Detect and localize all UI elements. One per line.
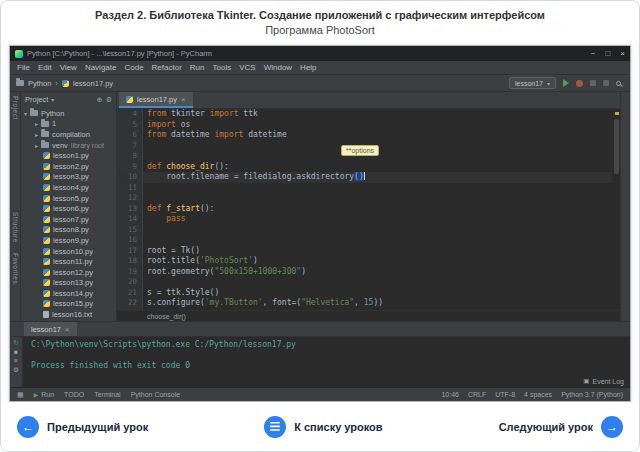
statusbar-crlf[interactable]: CRLF — [468, 391, 486, 398]
search-icon[interactable] — [616, 81, 621, 86]
code-line[interactable]: from tkinter import ttk — [147, 109, 612, 120]
project-item-lesson7.py[interactable]: lesson7.py — [21, 214, 116, 225]
project-item-lesson14.py[interactable]: lesson14.py — [21, 288, 116, 299]
project-item-venv[interactable]: ▸venvlibrary root — [21, 140, 116, 151]
code-line[interactable]: root.geometry("500x150+1000+300") — [147, 267, 612, 278]
line-number[interactable]: 10 — [117, 172, 137, 183]
menu-vcs[interactable]: VCS — [239, 63, 255, 72]
statusbar-4-spaces[interactable]: 4 spaces — [524, 391, 552, 398]
line-number[interactable]: 17 — [117, 246, 137, 257]
lesson-list-button[interactable]: К списку уроков — [264, 416, 382, 438]
project-item-lesson15.py[interactable]: lesson15.py — [21, 299, 116, 310]
line-number[interactable]: 22 — [117, 298, 137, 309]
code-line[interactable]: root.title('PhotoSort') — [147, 256, 612, 267]
code-line[interactable]: s.configure('my.TButton', font=("Helveti… — [147, 298, 612, 309]
code-line[interactable]: s = ttk.Style() — [147, 288, 612, 299]
code-line[interactable] — [147, 277, 612, 288]
run-config-select[interactable]: lesson17 ▾ — [509, 77, 556, 89]
code-line[interactable] — [147, 183, 612, 194]
project-item-lesson16.txt[interactable]: lesson16.txt — [21, 309, 116, 320]
statusbar-python-console[interactable]: Python Console — [131, 391, 180, 398]
menu-navigate[interactable]: Navigate — [85, 63, 117, 72]
project-item-lesson5.py[interactable]: lesson5.py — [21, 193, 116, 204]
line-number[interactable]: 11 — [117, 183, 137, 194]
menu-help[interactable]: Help — [300, 63, 316, 72]
project-item-lesson11.py[interactable]: lesson11.py — [21, 256, 116, 267]
breadcrumb-file[interactable]: lesson17.py — [73, 79, 113, 88]
debug-button[interactable] — [576, 80, 583, 87]
scrollbar-thumb[interactable] — [614, 119, 619, 174]
project-root[interactable]: ▾Python — [21, 108, 116, 119]
project-item-lesson8.py[interactable]: lesson8.py — [21, 225, 116, 236]
settings-icon[interactable]: ⚙ — [106, 96, 112, 104]
line-number[interactable]: 5 — [117, 120, 137, 131]
code-line[interactable] — [147, 151, 612, 162]
project-panel-title[interactable]: Project — [25, 95, 48, 104]
line-number[interactable]: 12 — [117, 193, 137, 204]
project-item-lesson1.py[interactable]: lesson1.py — [21, 150, 116, 161]
editor-gutter[interactable]: 45678910111213141516171819202122 — [117, 109, 143, 310]
statusbar-10:46[interactable]: 10:46 — [441, 391, 459, 398]
project-item-lesson9.py[interactable]: lesson9.py — [21, 235, 116, 246]
toolwindow-structure[interactable]: Structure — [12, 212, 19, 243]
menu-run[interactable]: Run — [190, 63, 205, 72]
minimize-button[interactable]: − — [591, 50, 596, 58]
project-item-lesson4.py[interactable]: lesson4.py — [21, 182, 116, 193]
menu-window[interactable]: Window — [264, 63, 292, 72]
code-line[interactable]: import os — [147, 120, 612, 131]
code-line[interactable]: pass — [147, 214, 612, 225]
run-console[interactable]: C:\Python\venv\Scripts\python.exe C:/Pyt… — [23, 337, 630, 387]
menu-code[interactable]: Code — [124, 63, 143, 72]
close-icon[interactable]: × — [65, 325, 70, 334]
project-item-compilation[interactable]: ▸compilation — [21, 129, 116, 140]
line-number[interactable]: 9 — [117, 162, 137, 173]
line-number[interactable]: 20 — [117, 277, 137, 288]
statusbar-run[interactable]: ▶Run — [34, 391, 54, 398]
project-item-lesson3.py[interactable]: lesson3.py — [21, 172, 116, 183]
code-line[interactable]: def f_start(): — [147, 204, 612, 215]
stop-icon[interactable]: ■ — [14, 348, 18, 355]
line-number[interactable]: 6 — [117, 130, 137, 141]
toolwindow-favorites[interactable]: Favorites — [12, 253, 19, 284]
code-area[interactable]: from tkinter import ttkimport osfrom dat… — [143, 109, 612, 310]
project-item-lesson2.py[interactable]: lesson2.py — [21, 161, 116, 172]
console-list-icon[interactable]: ≡ — [14, 357, 18, 364]
line-number[interactable]: 7 — [117, 141, 137, 152]
maximize-button[interactable]: □ — [605, 50, 610, 58]
editor-scrollbar[interactable] — [612, 109, 620, 310]
menu-tools[interactable]: Tools — [213, 63, 232, 72]
code-line[interactable]: root = Tk() — [147, 246, 612, 257]
toolwindow-project[interactable]: Project — [12, 96, 19, 120]
project-item-1[interactable]: ▸1 — [21, 119, 116, 130]
collapse-icon[interactable]: ⊕ — [97, 96, 103, 104]
line-number[interactable]: 14 — [117, 214, 137, 225]
code-line[interactable] — [147, 141, 612, 152]
toolwindow-toggle-icon[interactable]: ▦ — [17, 391, 24, 399]
menu-edit[interactable]: Edit — [38, 63, 52, 72]
next-lesson-button[interactable]: Следующий урок → — [499, 416, 623, 438]
line-number[interactable]: 15 — [117, 225, 137, 236]
line-number[interactable]: 16 — [117, 235, 137, 246]
line-number[interactable]: 18 — [117, 256, 137, 267]
close-icon[interactable]: × — [181, 95, 186, 104]
close-button[interactable]: × — [620, 50, 625, 58]
statusbar-terminal[interactable]: Terminal — [94, 391, 120, 398]
code-line[interactable] — [147, 193, 612, 204]
menu-refactor[interactable]: Refactor — [152, 63, 182, 72]
project-item-lesson10.py[interactable]: lesson10.py — [21, 246, 116, 257]
line-number[interactable]: 8 — [117, 151, 137, 162]
code-line[interactable]: from datetime import datetime — [147, 130, 612, 141]
run-tab[interactable]: lesson17 × — [24, 322, 77, 336]
title-bar[interactable]: Python [C:\Python] - ...\lesson17.py [Py… — [10, 46, 630, 61]
statusbar-todo[interactable]: TODO — [64, 391, 84, 398]
settings-icon[interactable]: ⚙ — [13, 366, 19, 373]
project-item-lesson12.py[interactable]: lesson12.py — [21, 267, 116, 278]
line-number[interactable]: 21 — [117, 288, 137, 299]
editor-breadcrumb[interactable]: choose_dir() — [117, 310, 620, 321]
editor-tab-lesson17[interactable]: lesson17.py × — [119, 92, 193, 108]
line-number[interactable]: 4 — [117, 109, 137, 120]
code-line[interactable] — [147, 235, 612, 246]
prev-lesson-button[interactable]: ← Предыдущий урок — [17, 416, 148, 438]
code-line[interactable]: def choose_dir(): — [147, 162, 612, 173]
statusbar-utf-8[interactable]: UTF-8 — [495, 391, 515, 398]
